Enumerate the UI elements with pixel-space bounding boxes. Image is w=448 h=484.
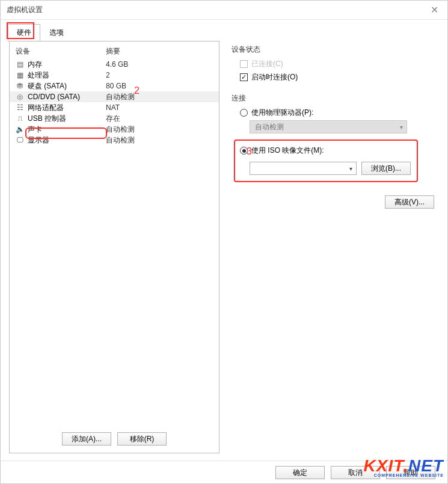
memory-icon: ▤: [16, 60, 24, 69]
row-summary: 自动检测: [106, 92, 135, 102]
disk-icon: ⛃: [16, 82, 24, 90]
use-iso-label: 使用 ISO 映像文件(M):: [251, 146, 324, 156]
tab-hardware[interactable]: 硬件: [8, 24, 40, 41]
use-iso-radio[interactable]: [240, 147, 248, 155]
connection-title: 连接: [232, 93, 437, 103]
network-icon: ☷: [16, 103, 24, 112]
hardware-rows: ▤ 内存 4.6 GB ▦ 处理器 2 ⛃ 硬盘 (SATA) 80 GB ◎ …: [10, 59, 219, 427]
hardware-list-header: 设备 摘要: [10, 45, 219, 59]
connected-checkbox: [240, 60, 248, 68]
connect-on-power-row[interactable]: ✓ 启动时连接(O): [240, 72, 437, 82]
row-label: USB 控制器: [28, 114, 106, 124]
row-usb[interactable]: ⎍ USB 控制器 存在: [10, 113, 219, 124]
row-cddvd[interactable]: ◎ CD/DVD (SATA) 自动检测: [10, 91, 219, 102]
col-summary: 摘要: [106, 46, 120, 57]
connected-label: 已连接(C): [251, 59, 283, 69]
annotation-box-3: 使用 ISO 映像文件(M): ▾ 浏览(B)...: [234, 139, 418, 182]
dialog-footer: 确定 取消 帮助: [1, 461, 447, 484]
tab-options[interactable]: 选项: [40, 24, 73, 41]
row-label: 处理器: [28, 70, 106, 81]
titlebar: 虚拟机设置 ✕: [1, 1, 447, 20]
use-physical-row[interactable]: 使用物理驱动器(P):: [240, 107, 437, 118]
use-physical-radio[interactable]: [240, 109, 248, 117]
row-network[interactable]: ☷ 网络适配器 NAT: [10, 102, 219, 113]
dialog-body: 设备 摘要 ▤ 内存 4.6 GB ▦ 处理器 2 ⛃ 硬盘 (SATA) 80…: [1, 41, 447, 461]
row-label: 内存: [28, 60, 106, 70]
row-cpu[interactable]: ▦ 处理器 2: [10, 70, 219, 81]
physical-drive-combo: 自动检测 ▾: [250, 120, 407, 133]
ok-button[interactable]: 确定: [275, 466, 325, 479]
device-status-title: 设备状态: [232, 44, 437, 55]
row-memory[interactable]: ▤ 内存 4.6 GB: [10, 59, 219, 70]
row-label: 显示器: [28, 135, 106, 146]
row-label: 硬盘 (SATA): [28, 81, 106, 91]
advanced-button[interactable]: 高级(V)...: [385, 195, 434, 209]
row-label: CD/DVD (SATA): [28, 93, 106, 101]
connect-on-power-checkbox[interactable]: ✓: [240, 73, 248, 81]
row-sound[interactable]: 🔈 声卡 自动检测: [10, 124, 219, 135]
row-summary: 自动检测: [106, 124, 135, 135]
device-settings-panel: 设备状态 已连接(C) ✓ 启动时连接(O) 连接 使用物理驱动器(P): 自动…: [227, 41, 439, 453]
tab-strip: 硬件 选项: [1, 20, 447, 41]
connection-group: 连接 使用物理驱动器(P): 自动检测 ▾ 使用 ISO 映像文件(M): ▾: [229, 93, 437, 209]
speaker-icon: 🔈: [16, 125, 24, 133]
iso-path-input[interactable]: ▾: [250, 162, 357, 175]
col-device: 设备: [16, 46, 106, 57]
row-label: 网络适配器: [28, 103, 106, 113]
row-summary: 4.6 GB: [106, 60, 128, 69]
cpu-icon: ▦: [16, 71, 24, 79]
browse-button[interactable]: 浏览(B)...: [361, 162, 411, 175]
help-button[interactable]: 帮助: [386, 466, 435, 479]
connect-on-power-label: 启动时连接(O): [251, 72, 298, 82]
remove-button[interactable]: 移除(R): [117, 432, 167, 446]
row-summary: NAT: [106, 103, 120, 112]
use-physical-label: 使用物理驱动器(P):: [251, 108, 313, 118]
hardware-list-panel: 设备 摘要 ▤ 内存 4.6 GB ▦ 处理器 2 ⛃ 硬盘 (SATA) 80…: [9, 41, 219, 453]
row-summary: 2: [106, 71, 110, 79]
device-status-group: 设备状态 已连接(C) ✓ 启动时连接(O): [229, 44, 437, 82]
close-icon[interactable]: ✕: [427, 3, 441, 17]
row-hdd[interactable]: ⛃ 硬盘 (SATA) 80 GB: [10, 81, 219, 91]
row-summary: 存在: [106, 114, 120, 124]
connected-row: 已连接(C): [240, 58, 437, 69]
chevron-down-icon[interactable]: ▾: [349, 165, 352, 172]
cancel-button[interactable]: 取消: [331, 466, 380, 479]
chevron-down-icon: ▾: [400, 124, 403, 130]
usb-icon: ⎍: [16, 114, 24, 123]
row-summary: 自动检测: [106, 135, 135, 146]
physical-drive-value: 自动检测: [255, 122, 284, 132]
row-label: 声卡: [28, 124, 106, 135]
disc-icon: ◎: [16, 93, 24, 101]
hardware-list-footer: 添加(A)... 移除(R): [10, 427, 219, 449]
row-summary: 80 GB: [106, 82, 126, 90]
monitor-icon: 🖵: [16, 136, 24, 144]
add-button[interactable]: 添加(A)...: [62, 432, 111, 446]
row-display[interactable]: 🖵 显示器 自动检测: [10, 135, 219, 146]
window-title: 虚拟机设置: [7, 5, 43, 15]
